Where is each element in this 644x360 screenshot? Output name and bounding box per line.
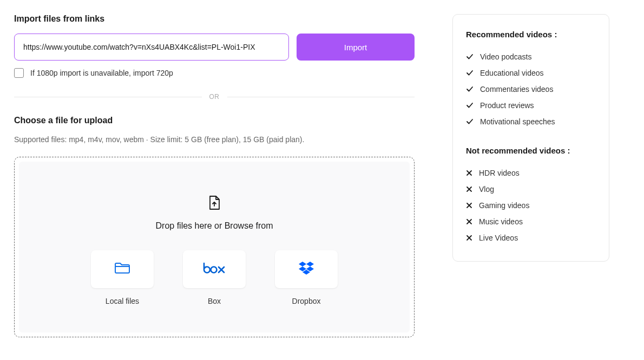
check-icon xyxy=(466,118,474,125)
check-icon xyxy=(466,53,474,61)
list-item: Motivational speeches xyxy=(466,114,596,130)
list-item-label: Motivational speeches xyxy=(480,117,555,126)
list-item-label: Educational videos xyxy=(480,69,544,77)
divider: OR xyxy=(14,93,415,101)
file-upload-icon xyxy=(208,195,221,212)
provider-dropbox[interactable]: Dropbox xyxy=(275,250,338,305)
import-url-input[interactable] xyxy=(14,34,289,61)
provider-box[interactable]: Box xyxy=(183,250,246,305)
cross-icon xyxy=(466,202,472,209)
list-item: Educational videos xyxy=(466,65,596,81)
list-item: Video podcasts xyxy=(466,49,596,65)
provider-local-files[interactable]: Local files xyxy=(91,250,154,305)
dropzone-text: Drop files here or Browse from xyxy=(156,221,273,231)
svg-point-0 xyxy=(211,267,217,273)
list-item-label: Music videos xyxy=(479,217,523,226)
upload-section-title: Choose a file for upload xyxy=(14,116,415,125)
provider-label: Dropbox xyxy=(292,297,321,305)
list-item-label: Product reviews xyxy=(480,101,534,110)
list-item: Product reviews xyxy=(466,97,596,114)
cross-icon xyxy=(466,235,472,241)
list-item-label: Video podcasts xyxy=(480,52,531,61)
list-item: Gaming videos xyxy=(466,197,596,214)
recommended-heading: Recommended videos : xyxy=(466,30,596,39)
import-section-title: Import files from links xyxy=(14,14,415,24)
fallback-720p-checkbox[interactable] xyxy=(14,68,24,78)
list-item-label: Gaming videos xyxy=(479,201,529,210)
cross-icon xyxy=(466,170,472,176)
recommendations-card: Recommended videos : Video podcasts Educ… xyxy=(452,14,609,262)
recommended-list: Video podcasts Educational videos Commen… xyxy=(466,49,596,130)
list-item: Commentaries videos xyxy=(466,81,596,97)
dropbox-logo-icon xyxy=(298,261,314,277)
divider-text: OR xyxy=(202,93,227,101)
upload-subtitle: Supported files: mp4, m4v, mov, webm · S… xyxy=(14,135,415,144)
list-item: HDR videos xyxy=(466,165,596,181)
check-icon xyxy=(466,69,474,77)
list-item-label: HDR videos xyxy=(479,169,520,177)
not-recommended-heading: Not recommended videos : xyxy=(466,146,596,155)
folder-icon xyxy=(114,262,130,277)
list-item-label: Live Videos xyxy=(479,234,518,242)
fallback-720p-label: If 1080p import is unavailable, import 7… xyxy=(30,69,173,77)
list-item-label: Commentaries videos xyxy=(480,85,553,94)
list-item: Live Videos xyxy=(466,230,596,246)
cross-icon xyxy=(466,218,472,225)
provider-label: Box xyxy=(208,297,221,305)
import-button[interactable]: Import xyxy=(297,34,415,61)
check-icon xyxy=(466,85,474,93)
list-item: Music videos xyxy=(466,214,596,230)
box-logo-icon xyxy=(202,262,226,277)
not-recommended-list: HDR videos Vlog Gaming videos Music vide… xyxy=(466,165,596,246)
list-item-label: Vlog xyxy=(479,185,494,194)
provider-label: Local files xyxy=(106,297,139,305)
cross-icon xyxy=(466,186,472,192)
list-item: Vlog xyxy=(466,181,596,197)
file-dropzone[interactable]: Drop files here or Browse from Local fi xyxy=(14,157,415,337)
check-icon xyxy=(466,102,474,109)
